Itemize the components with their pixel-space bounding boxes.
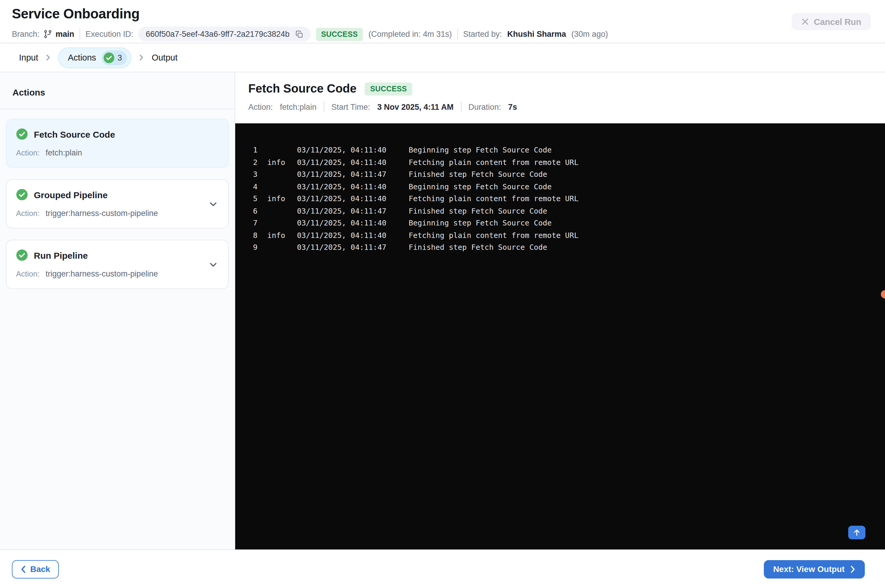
step-tabs: Input Actions 3 Output (0, 44, 885, 72)
log-console[interactable]: 103/11/2025, 04:11:40Beginning step Fetc… (235, 123, 885, 549)
copy-icon[interactable] (295, 30, 303, 38)
log-line: 303/11/2025, 04:11:47Finished step Fetch… (253, 168, 873, 181)
detail-action-label: Action: (248, 102, 273, 111)
scroll-to-top-button[interactable] (848, 526, 865, 539)
action-card-list: Fetch Source Code Action: fetch:plain Gr… (0, 109, 235, 298)
action-card-grouped-pipeline[interactable]: Grouped Pipeline Action: trigger:harness… (6, 179, 229, 228)
card-action-value: trigger:harness-custom-pipeline (46, 269, 158, 278)
started-by-label: Started by: (463, 30, 502, 39)
log-message: Finished step Fetch Source Code (409, 242, 873, 254)
log-message: Fetching plain content from remote URL (409, 230, 873, 242)
meta-divider (461, 102, 461, 112)
execution-id-pill: 660f50a7-5eef-43a6-9ff7-2a2179c3824b (139, 27, 310, 42)
app-root: Service Onboarding Branch: main Executio… (0, 0, 885, 588)
chevron-down-icon[interactable] (208, 198, 218, 209)
log-level: info (267, 156, 291, 168)
tab-output[interactable]: Output (152, 53, 178, 62)
branch-info: Branch: main (12, 30, 74, 39)
card-action-label: Action: (16, 269, 40, 278)
chevron-right-icon (45, 53, 51, 62)
branch-label: Branch: (12, 30, 39, 39)
card-title: Grouped Pipeline (34, 190, 107, 200)
log-level (267, 181, 291, 193)
card-action-row: Action: trigger:harness-custom-pipeline (16, 209, 218, 218)
card-action-value: fetch:plain (46, 148, 82, 157)
log-message: Finished step Fetch Source Code (409, 205, 873, 217)
cancel-run-label: Cancel Run (814, 17, 861, 26)
action-detail-panel: Fetch Source Code SUCCESS Action: fetch:… (235, 72, 885, 549)
card-action-value: trigger:harness-custom-pipeline (46, 209, 158, 218)
execution-id-value: 660f50a7-5eef-43a6-9ff7-2a2179c3824b (146, 30, 289, 39)
meta-divider (80, 29, 80, 39)
action-card-fetch-source-code[interactable]: Fetch Source Code Action: fetch:plain (6, 118, 229, 168)
card-action-label: Action: (16, 148, 40, 157)
log-line-number: 1 (253, 144, 261, 156)
detail-action-value: fetch:plain (280, 102, 316, 111)
log-line: 703/11/2025, 04:11:40Beginning step Fetc… (253, 217, 873, 230)
log-message: Fetching plain content from remote URL (409, 193, 873, 205)
log-timestamp: 03/11/2025, 04:11:40 (297, 144, 403, 156)
check-circle-icon (16, 128, 28, 140)
started-ago-text: (30m ago) (571, 30, 608, 39)
log-timestamp: 03/11/2025, 04:11:47 (297, 242, 403, 254)
git-branch-icon (43, 30, 52, 39)
log-message: Beginning step Fetch Source Code (409, 144, 873, 156)
log-message: Beginning step Fetch Source Code (409, 181, 873, 193)
log-level (267, 168, 291, 181)
main-content: Actions Fetch Source Code Action: fetch:… (0, 72, 885, 549)
log-line-number: 7 (253, 217, 261, 230)
back-button[interactable]: Back (12, 560, 59, 578)
check-circle-icon (16, 189, 28, 201)
log-timestamp: 03/11/2025, 04:11:40 (297, 181, 403, 193)
log-line: 5info03/11/2025, 04:11:40Fetching plain … (253, 193, 873, 205)
chevron-down-icon[interactable] (208, 259, 218, 270)
log-level (267, 144, 291, 156)
log-timestamp: 03/11/2025, 04:11:47 (297, 168, 403, 181)
header-meta-row: Branch: main Execution ID: 660f50a7-5eef… (12, 27, 873, 42)
log-line-number: 9 (253, 242, 261, 254)
log-timestamp: 03/11/2025, 04:11:40 (297, 217, 403, 230)
log-line-number: 5 (253, 193, 261, 205)
chevron-right-icon (850, 565, 855, 573)
sidebar-heading: Actions (0, 72, 235, 109)
card-action-row: Action: trigger:harness-custom-pipeline (16, 269, 218, 278)
detail-duration-label: Duration: (468, 102, 501, 111)
tab-actions[interactable]: Actions 3 (59, 47, 132, 68)
log-timestamp: 03/11/2025, 04:11:40 (297, 230, 403, 242)
log-line: 103/11/2025, 04:11:40Beginning step Fetc… (253, 144, 873, 156)
log-line-number: 3 (253, 168, 261, 181)
log-line-number: 8 (253, 230, 261, 242)
footer-bar: Back Next: View Output (0, 549, 885, 588)
close-icon (801, 18, 809, 26)
log-message: Finished step Fetch Source Code (409, 168, 873, 181)
card-title: Run Pipeline (34, 250, 88, 260)
tab-actions-count: 3 (117, 53, 122, 62)
tab-input[interactable]: Input (19, 53, 38, 62)
detail-status-badge: SUCCESS (365, 82, 412, 95)
chevron-right-icon (139, 53, 144, 62)
meta-divider (324, 102, 324, 112)
run-status-badge: SUCCESS (316, 28, 363, 40)
action-card-run-pipeline[interactable]: Run Pipeline Action: trigger:harness-cus… (6, 240, 229, 289)
detail-meta-row: Action: fetch:plain Start Time: 3 Nov 20… (248, 102, 872, 112)
log-timestamp: 03/11/2025, 04:11:40 (297, 156, 403, 168)
next-view-output-button[interactable]: Next: View Output (763, 560, 865, 578)
log-level: info (267, 193, 291, 205)
completed-in-text: (Completed in: 4m 31s) (369, 30, 452, 39)
cancel-run-button[interactable]: Cancel Run (792, 13, 871, 30)
check-circle-icon (16, 249, 28, 261)
started-by-name: Khushi Sharma (507, 30, 566, 39)
log-timestamp: 03/11/2025, 04:11:47 (297, 205, 403, 217)
actions-sidebar: Actions Fetch Source Code Action: fetch:… (0, 72, 235, 549)
log-line: 2info03/11/2025, 04:11:40Fetching plain … (253, 156, 873, 168)
detail-title: Fetch Source Code (248, 82, 357, 96)
execution-id-label: Execution ID: (86, 30, 133, 39)
meta-divider (457, 29, 458, 39)
log-level (267, 217, 291, 230)
log-message: Beginning step Fetch Source Code (409, 217, 873, 230)
log-line: 403/11/2025, 04:11:40Beginning step Fetc… (253, 181, 873, 193)
detail-header: Fetch Source Code SUCCESS Action: fetch:… (235, 72, 885, 123)
branch-name: main (56, 30, 74, 39)
cursor-indicator-dot (881, 290, 885, 298)
log-level (267, 205, 291, 217)
